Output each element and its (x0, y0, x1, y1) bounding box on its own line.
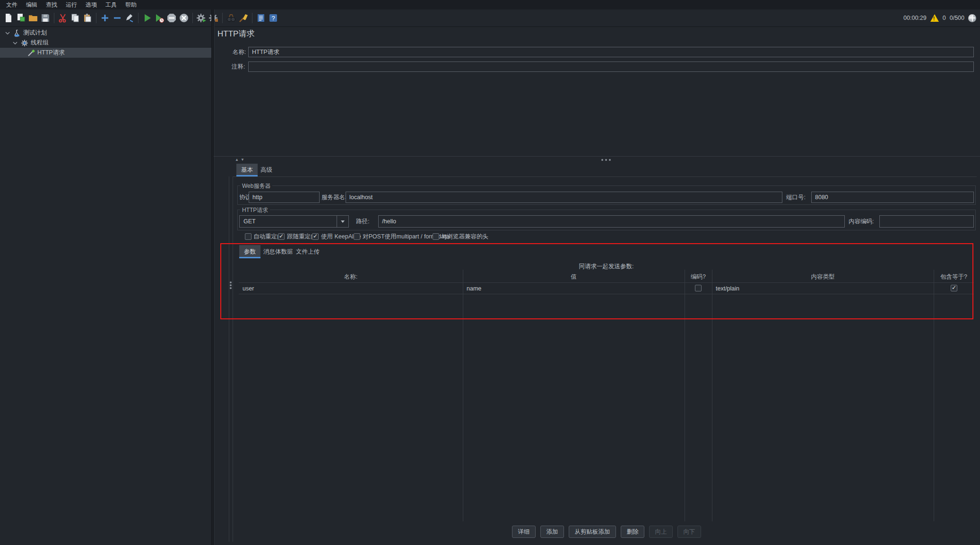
view-log-icon[interactable] (255, 12, 267, 24)
column-divider[interactable] (685, 270, 685, 521)
menu-edit[interactable]: 编辑 (22, 0, 42, 9)
table-grip-icon[interactable] (230, 281, 232, 283)
remove-element-icon[interactable] (112, 12, 123, 24)
content-encoding-label: 内容编码: (849, 215, 874, 228)
column-divider[interactable] (934, 270, 934, 521)
comment-input[interactable] (248, 62, 974, 72)
name-label: 名称: (233, 47, 246, 57)
start-icon[interactable] (141, 12, 153, 24)
start-no-pauses-icon[interactable] (154, 12, 165, 24)
toolbar-separator (252, 13, 252, 23)
warning-icon[interactable] (930, 14, 939, 22)
page-title: HTTP请求 (217, 28, 254, 39)
pane-left-border (229, 176, 229, 542)
server-name-input[interactable] (346, 192, 782, 203)
thread-count: 0/500 (950, 15, 964, 21)
path-input[interactable] (378, 215, 845, 228)
tree-item-label: HTTP请求 (37, 49, 65, 57)
copy-icon[interactable] (69, 12, 81, 24)
tree-item-test-plan[interactable]: 测试计划 (0, 28, 211, 38)
port-label: 端口号: (786, 192, 806, 203)
keepalive-checkbox[interactable] (312, 233, 319, 240)
toolbar-separator (222, 13, 223, 23)
status-cluster: 00:00:29 0 0/500 (903, 9, 976, 26)
browser-compatible-checkbox[interactable] (433, 233, 439, 240)
tree-item-label: 测试计划 (23, 29, 47, 37)
port-input[interactable] (811, 192, 974, 203)
chevron-down-icon (341, 220, 345, 223)
chevron-down-icon[interactable] (5, 31, 10, 35)
param-include-equals-checkbox[interactable] (951, 285, 957, 291)
edit-icon[interactable] (124, 12, 135, 24)
elapsed-timer: 00:00:29 (903, 15, 927, 21)
delete-button[interactable]: 删除 (621, 526, 644, 538)
column-header-value: 值 (463, 272, 685, 282)
tab-pane-border (233, 176, 977, 177)
row-divider (239, 294, 974, 294)
tab-basic[interactable]: 基本 (236, 164, 258, 176)
tree-item-label: 线程组 (31, 39, 49, 47)
stop-icon[interactable] (166, 12, 177, 24)
search-icon[interactable] (225, 12, 237, 24)
jmeter-window: 文件 编辑 查找 运行 选项 工具 帮助 ? (0, 0, 980, 545)
param-name-cell[interactable]: user (243, 283, 460, 294)
clear-all-icon[interactable] (238, 12, 249, 24)
menu-help[interactable]: 帮助 (121, 0, 141, 9)
path-label: 路径: (356, 215, 369, 228)
param-encode-checkbox[interactable] (695, 285, 702, 291)
protocol-input[interactable] (249, 192, 320, 203)
name-input[interactable] (248, 47, 974, 57)
save-icon[interactable] (40, 12, 51, 24)
menu-search[interactable]: 查找 (42, 0, 61, 9)
tab-advanced[interactable]: 高级 (256, 164, 277, 176)
help-icon[interactable]: ? (268, 12, 279, 24)
http-request-legend: HTTP请求 (240, 206, 270, 214)
add-element-icon[interactable] (99, 12, 111, 24)
column-divider[interactable] (463, 270, 463, 521)
splitter-expand-icon[interactable]: ▼ (241, 158, 244, 162)
content-encoding-input[interactable] (879, 215, 974, 228)
remote-start-all-icon[interactable] (196, 12, 207, 24)
pane-left-border (233, 176, 233, 542)
method-value: GET (240, 218, 337, 225)
cut-icon[interactable] (57, 12, 69, 24)
toolbar-separator (138, 13, 139, 23)
tree-item-thread-group[interactable]: 线程组 (0, 38, 211, 48)
menu-run[interactable]: 运行 (61, 0, 81, 9)
method-select[interactable]: GET (239, 215, 349, 228)
shutdown-icon[interactable] (178, 12, 190, 24)
column-header-encode: 编码? (685, 272, 712, 282)
auto-redirects-checkbox[interactable] (245, 233, 252, 240)
menu-file[interactable]: 文件 (2, 0, 22, 9)
column-header-include-equals: 包含等于? (934, 272, 974, 282)
chevron-down-icon[interactable] (12, 41, 18, 45)
templates-icon[interactable] (15, 12, 26, 24)
menu-bar: 文件 编辑 查找 运行 选项 工具 帮助 (0, 0, 980, 9)
follow-redirects-checkbox[interactable] (278, 233, 285, 240)
http-sampler-icon (27, 49, 35, 57)
tree-panel-splitter[interactable] (211, 9, 215, 545)
add-from-clipboard-button[interactable]: 从剪贴板添加 (569, 526, 616, 538)
paste-icon[interactable] (82, 12, 93, 24)
method-dropdown-button[interactable] (337, 216, 348, 227)
menu-options[interactable]: 选项 (81, 0, 101, 9)
add-button[interactable]: 添加 (540, 526, 564, 538)
error-count: 0 (943, 15, 946, 21)
param-content-type-cell[interactable]: text/plain (716, 283, 931, 294)
tree-item-http-request[interactable]: HTTP请求 (0, 48, 211, 58)
column-divider[interactable] (712, 270, 712, 521)
tab-parameters[interactable]: 参数 (239, 245, 260, 258)
splitter-line (214, 156, 980, 157)
menu-tools[interactable]: 工具 (101, 0, 121, 9)
column-header-name: 名称: (239, 272, 463, 282)
splitter-collapse-icon[interactable]: ▲ (235, 158, 239, 162)
detail-button[interactable]: 详细 (512, 526, 536, 538)
open-file-icon[interactable] (27, 12, 39, 24)
splitter-grip-icon[interactable] (601, 159, 603, 161)
param-value-cell[interactable]: name (467, 283, 682, 294)
tab-files-upload[interactable]: 文件上传 (291, 245, 324, 258)
move-up-button: 向上 (649, 526, 673, 538)
web-server-legend: Web服务器 (240, 182, 272, 190)
new-file-icon[interactable] (3, 12, 14, 24)
multipart-checkbox[interactable] (354, 233, 360, 240)
